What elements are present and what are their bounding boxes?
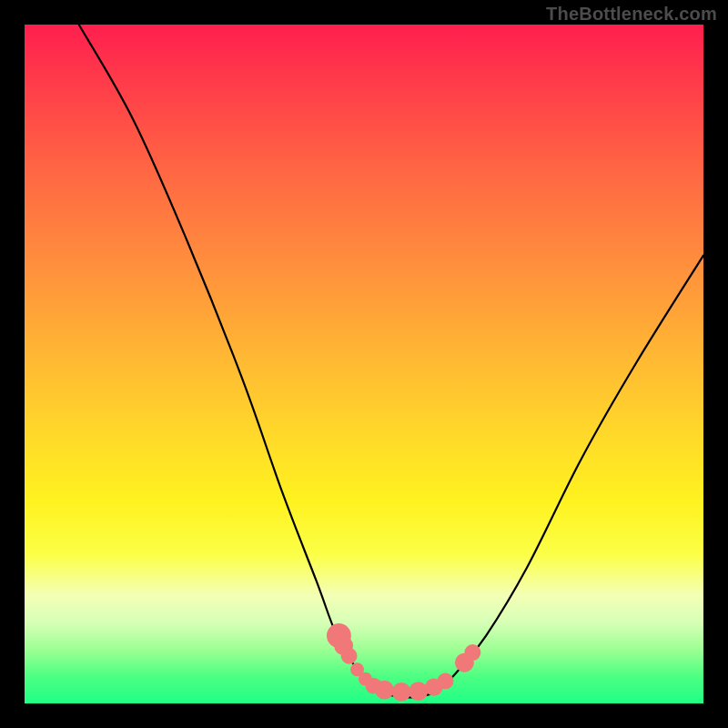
watermark-text: TheBottleneck.com [546, 4, 717, 25]
curve-marker [464, 644, 480, 661]
curve-marker [375, 681, 394, 700]
curve-marker [392, 682, 411, 702]
chart-frame [25, 25, 703, 703]
curve-marker [438, 672, 454, 689]
curve-marker [409, 682, 428, 701]
curve-markers [327, 623, 480, 702]
chart-svg [25, 25, 703, 703]
bottleneck-curve [79, 25, 703, 698]
curve-marker [341, 648, 358, 664]
